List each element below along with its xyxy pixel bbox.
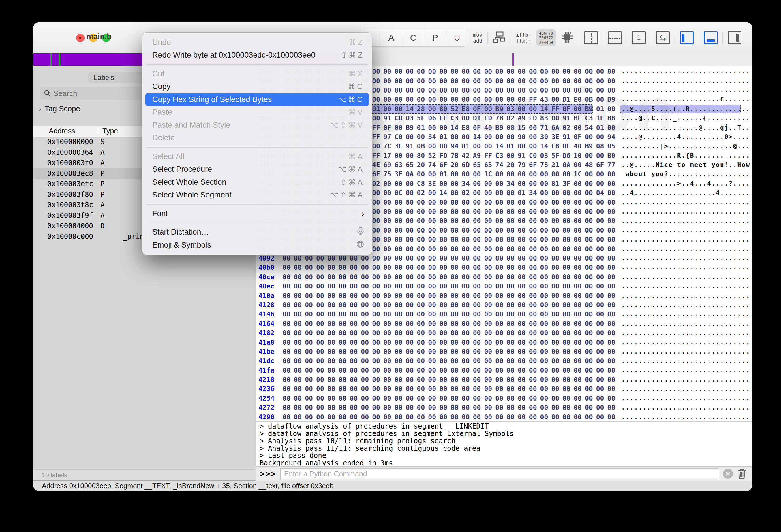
ascii-char: . [690, 143, 694, 149]
ascii-char: . [703, 348, 707, 355]
menu-item-select-whole-segment[interactable]: Select Whole Segment⌥⇧⌘A [142, 189, 372, 202]
swap-panes-icon[interactable]: ⇆ [656, 32, 670, 44]
toggle-right-panel-icon[interactable] [728, 32, 741, 44]
ascii-char: . [720, 264, 724, 271]
close-button[interactable] [76, 34, 84, 42]
single-view-icon[interactable]: 1 [632, 32, 646, 44]
hex-mode-button[interactable]: 486F70706572204469 [536, 30, 556, 46]
hex-row[interactable]: 4146000000000000000000000000000000000000… [255, 310, 752, 319]
menu-item-select-whole-section[interactable]: Select Whole Section⇧⌘A [142, 176, 372, 189]
hex-byte: FF [371, 152, 382, 160]
ascii-char: . [634, 357, 638, 364]
hex-row[interactable]: 4218000000000000000000000000000000000000… [255, 375, 752, 384]
menu-item-label: Paste [152, 108, 172, 117]
ascii-char: . [638, 199, 643, 206]
menu-item-paste[interactable]: Paste⌘V [142, 106, 372, 119]
hex-row[interactable]: 40ec000000000000000000000000000000000000… [255, 281, 752, 291]
ascii-char: . [629, 115, 634, 122]
menu-item-paste-and-match-style[interactable]: Paste and Match Style⌥⇧⌘V [142, 119, 372, 132]
hex-byte: 00 [404, 385, 415, 393]
hex-byte: 00 [460, 385, 471, 393]
hex-row[interactable]: 40b0000000000000000000000000000000000000… [255, 263, 752, 272]
ascii-char: . [741, 311, 745, 318]
ascii-char: . [664, 115, 668, 122]
pseudocode-mode-button[interactable]: if(b)f(x); [516, 32, 532, 44]
tag-scope-disclosure[interactable]: › Tag Scope [39, 104, 80, 113]
hex-row[interactable]: 41a0000000000000000000000000000000000000… [255, 338, 752, 347]
hex-row[interactable]: 4182000000000000000000000000000000000000… [255, 328, 752, 338]
python-command-input[interactable]: Enter a Python Command [280, 468, 719, 479]
mode-button-a[interactable]: A [380, 29, 402, 46]
ascii-char: . [651, 152, 655, 159]
ascii-char: . [634, 227, 638, 234]
hex-byte: 00 [594, 366, 606, 374]
hex-byte: 01 [516, 189, 527, 196]
ascii-char: . [655, 292, 660, 299]
mode-button-p[interactable]: P [424, 29, 446, 46]
menu-item-emoji-symbols[interactable]: Emoji & Symbols [142, 238, 372, 252]
mode-button-u[interactable]: U [446, 29, 468, 46]
hex-byte: 00 [494, 395, 505, 402]
ascii-char: . [634, 68, 638, 75]
menu-item-select-all[interactable]: Select All⌘A [142, 150, 372, 163]
column-header-type[interactable]: Type [102, 127, 118, 135]
clear-console-button[interactable]: ✕ [723, 469, 733, 479]
hex-byte: 7C [381, 142, 393, 150]
hex-row[interactable]: 40ce000000000000000000000000000000000000… [255, 272, 752, 281]
hex-byte: 00 [404, 217, 415, 224]
hex-row[interactable]: 41dc000000000000000000000000000000000000… [255, 356, 752, 365]
menu-item-cut[interactable]: Cut⌘X [142, 68, 372, 80]
ascii-char: . [707, 152, 711, 159]
ascii-char: . [655, 227, 660, 234]
hex-row-bytes: 0000000000000000000000000000000000000000… [281, 282, 617, 290]
hex-row[interactable]: 41be000000000000000000000000000000000000… [255, 347, 752, 356]
menu-item-select-procedure[interactable]: Select Procedure⌥⌘A [142, 163, 372, 176]
column-header-address[interactable]: Address [49, 127, 75, 135]
ascii-char: . [690, 302, 694, 308]
menu-item-start-dictation[interactable]: Start Dictation… [142, 226, 372, 239]
menu-item-font[interactable]: Font› [142, 207, 372, 220]
menu-item-shortcut: ⌘V [348, 108, 364, 117]
hex-byte: 00 [483, 339, 494, 346]
hex-row[interactable]: 410a000000000000000000000000000000000000… [255, 291, 752, 300]
hex-byte: 00 [381, 376, 393, 383]
hex-byte: 00 [314, 329, 326, 337]
hex-byte: 00 [438, 320, 449, 327]
toggle-left-panel-icon[interactable] [680, 32, 694, 44]
menu-item-copy-hex-string-of-selected-bytes[interactable]: Copy Hex String of Selected Bytes⌥⌘C [146, 93, 369, 106]
hex-row[interactable]: 4272000000000000000000000000000000000000… [255, 403, 752, 412]
split-vertical-icon[interactable] [584, 32, 598, 44]
hex-row[interactable]: 4254000000000000000000000000000000000000… [255, 394, 752, 403]
trash-icon[interactable] [737, 468, 747, 480]
cfg-mode-icon[interactable] [493, 31, 506, 45]
toggle-bottom-panel-icon[interactable] [704, 32, 717, 44]
hex-row[interactable]: 4236000000000000000000000000000000000000… [255, 384, 752, 393]
hex-row[interactable]: 41fa000000000000000000000000000000000000… [255, 366, 752, 375]
mode-button-c[interactable]: C [402, 29, 424, 46]
ascii-char: . [686, 217, 690, 224]
hex-row[interactable]: 4290000000000000000000000000000000000000… [255, 412, 752, 422]
ascii-char: . [733, 339, 737, 346]
ascii-char: . [737, 292, 741, 299]
hex-row[interactable]: 4164000000000000000000000000000000000000… [255, 319, 752, 328]
menu-item-undo[interactable]: Undo⌘Z [142, 36, 372, 49]
hex-byte: 0F [572, 133, 583, 141]
ascii-char: . [698, 105, 703, 113]
hex-byte: 00 [550, 273, 561, 281]
column-divider[interactable] [98, 127, 98, 135]
hex-byte: 00 [483, 273, 494, 281]
hex-row-ascii: .............................. [621, 208, 750, 215]
split-horizontal-icon[interactable] [608, 32, 622, 44]
hex-row[interactable]: 4092000000000000000000000000000000000000… [255, 254, 752, 263]
assembly-mode-button[interactable]: movadd [473, 32, 483, 44]
ascii-char: . [729, 87, 733, 94]
tab-labels[interactable]: Labels [88, 72, 152, 83]
menu-item-redo-write-byte-at-0x100003edc-0x100003ee0[interactable]: Redo Write byte at 0x100003edc-0x100003e… [142, 49, 372, 62]
navigation-bar[interactable] [33, 53, 752, 66]
menu-item-copy[interactable]: Copy⌘C [142, 80, 372, 93]
hex-byte: 00 [505, 376, 516, 383]
menu-item-delete[interactable]: Delete [142, 132, 372, 145]
cpu-icon[interactable] [561, 31, 574, 45]
ascii-char: . [677, 227, 681, 234]
hex-row[interactable]: 4128000000000000000000000000000000000000… [255, 300, 752, 310]
